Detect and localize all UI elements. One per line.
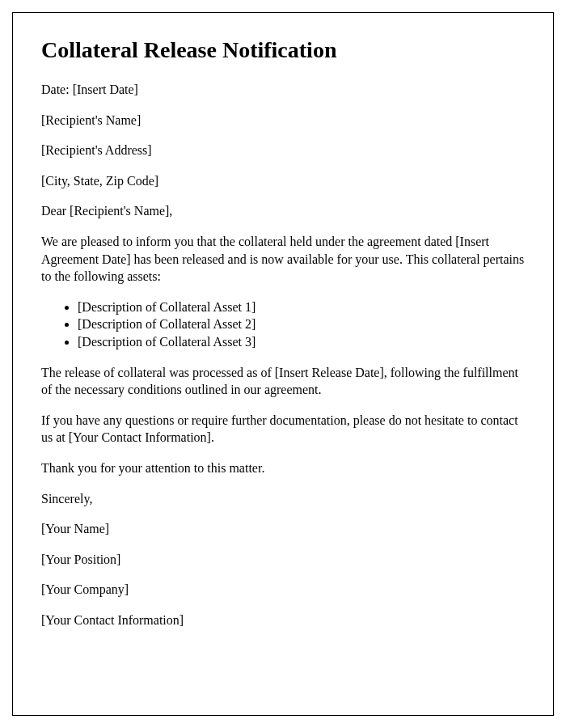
recipient-city-state-zip: [City, State, Zip Code] (41, 172, 525, 190)
asset-list: [Description of Collateral Asset 1] [Des… (78, 298, 525, 351)
body-paragraph-1: We are pleased to inform you that the co… (41, 233, 525, 286)
closing: Sincerely, (41, 490, 525, 508)
body-paragraph-3: If you have any questions or require fur… (41, 412, 525, 447)
document-frame: Collateral Release Notification Date: [I… (12, 12, 554, 716)
date-line: Date: [Insert Date] (41, 81, 525, 99)
document-title: Collateral Release Notification (41, 37, 525, 63)
salutation: Dear [Recipient's Name], (41, 202, 525, 220)
recipient-name: [Recipient's Name] (41, 112, 525, 129)
recipient-address: [Recipient's Address] (41, 142, 525, 159)
list-item: [Description of Collateral Asset 3] (78, 333, 525, 351)
body-paragraph-4: Thank you for your attention to this mat… (41, 459, 525, 477)
sender-name: [Your Name] (41, 520, 525, 538)
sender-company: [Your Company] (41, 581, 525, 599)
sender-contact: [Your Contact Information] (41, 612, 525, 629)
list-item: [Description of Collateral Asset 1] (78, 298, 525, 316)
body-paragraph-2: The release of collateral was processed … (41, 364, 525, 399)
list-item: [Description of Collateral Asset 2] (78, 315, 525, 333)
sender-position: [Your Position] (41, 551, 525, 569)
